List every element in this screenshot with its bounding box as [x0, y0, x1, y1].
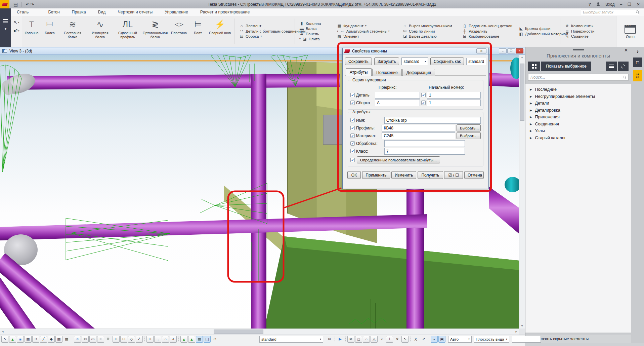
dropdown-icon[interactable]: ▾	[365, 24, 367, 28]
snap-curve-button[interactable]: ∿	[401, 336, 409, 343]
ribbon-tab[interactable]: Бетон	[48, 8, 59, 16]
node-button[interactable]: ○	[162, 336, 169, 343]
snap-geometry-button[interactable]: □	[355, 336, 362, 343]
undo-icon[interactable]: ↶	[26, 2, 30, 7]
view-maximize-button[interactable]: ❐	[507, 48, 515, 53]
inquiry-tool[interactable]: ■?▾	[13, 29, 19, 33]
scroll-thumb[interactable]	[214, 330, 263, 334]
ribbon-list-item[interactable]: ⇆ Сравните	[565, 34, 600, 39]
horizontal-scrollbar[interactable]: ◄ ►	[0, 329, 519, 335]
select-cursor-button[interactable]: ↖	[1, 336, 8, 343]
expand-arrow-icon[interactable]: ▶	[530, 109, 532, 112]
tree-item[interactable]: ▶ Детали	[525, 100, 631, 107]
user-icon[interactable]	[596, 2, 600, 6]
curved-beam-button[interactable]: ∿ Изогнутая балка	[86, 17, 114, 45]
ribbon-tab[interactable]: Чертежи и отчеты	[118, 8, 153, 16]
save-icon[interactable]: ▤	[13, 2, 18, 7]
ribbon-tab[interactable]: Сталь	[9, 8, 36, 16]
ribbon-list-item[interactable]: ▦ Фундамент ▾	[337, 24, 393, 28]
scroll-up-icon[interactable]: ▲	[521, 56, 523, 59]
snap-reference-button[interactable]: ⊠	[347, 336, 354, 343]
ribbon-tab[interactable]: Вид	[98, 8, 106, 16]
assembly-select-button[interactable]: ▲	[188, 336, 195, 343]
crossing-select-button[interactable]: ✕	[74, 336, 81, 343]
dialog-close-button[interactable]: ✕	[476, 48, 486, 53]
ribbon-list-item[interactable]: ▤ Сборка ▾	[239, 34, 290, 39]
tree-item[interactable]: ▶ Деталировка	[525, 107, 631, 114]
snap-extension-button[interactable]: ↗	[420, 336, 427, 343]
ribbon-tab[interactable]: Правка	[72, 8, 86, 16]
checkbox[interactable]: ✓	[350, 158, 355, 162]
profile-select[interactable]: standard ▾	[401, 57, 428, 65]
window-select-button[interactable]: ▭	[89, 336, 96, 343]
checkbox[interactable]: ✓	[350, 141, 355, 146]
checkbox[interactable]: ✓	[421, 93, 426, 97]
apply-button[interactable]: Применить	[362, 171, 390, 179]
snap-cursor-button[interactable]: ▶	[337, 336, 344, 343]
select-parts-button[interactable]: ▲	[9, 336, 16, 343]
load-button[interactable]: Загрузить	[374, 57, 399, 65]
save-button[interactable]: Сохранить	[345, 57, 372, 65]
bolt-button[interactable]: ⊨ Болт	[189, 17, 207, 45]
profile-filter-button[interactable]: ⊔	[113, 336, 120, 343]
start-number-input[interactable]: 1	[427, 100, 481, 106]
app-logo-button[interactable]	[0, 0, 9, 8]
expand-arrow-icon[interactable]: ▶	[530, 95, 532, 98]
ribbon-list-item[interactable]: ◣ Кромка фаски	[519, 27, 556, 31]
component-search-input[interactable]	[530, 75, 621, 80]
attribute-input[interactable]: КВ48	[382, 125, 455, 131]
select-grid-button[interactable]: ▦	[25, 336, 32, 343]
ortho-button[interactable]: ▪	[431, 336, 438, 343]
help-icon[interactable]: ?	[589, 2, 591, 7]
ribbon-list-item[interactable]: ▩ Элемент	[337, 34, 393, 39]
pattern-button[interactable]: ⊛	[326, 336, 333, 343]
ribbon-list-item[interactable]: ◧ Добавленный материал	[519, 32, 556, 36]
view-close-button[interactable]: ✕	[516, 48, 523, 53]
components-tab-button[interactable]: ▪▲ ●+	[633, 70, 642, 81]
bolt-filter-button[interactable]: ⊪	[105, 336, 112, 343]
select-button[interactable]: Выбрать...	[457, 132, 481, 139]
expand-arrow-icon[interactable]: ▶	[530, 102, 532, 105]
collapse-all-button[interactable]	[618, 62, 629, 71]
dialog-tab[interactable]: Деформация	[402, 69, 435, 76]
polyline-button[interactable]: ∧	[170, 336, 177, 343]
ribbon-tab[interactable]: Управление	[165, 8, 188, 16]
get-button[interactable]: Получить	[418, 171, 443, 179]
scroll-down-icon[interactable]: ▼	[521, 324, 523, 328]
view-settings-select[interactable]: standard ▾	[259, 336, 323, 343]
ribbon-list-item[interactable]: ▾ ⌣ Арматурный стержень ▾	[337, 29, 393, 34]
dropdown-icon[interactable]: ▾	[337, 29, 338, 34]
snap-divide-button[interactable]: ⋇	[394, 336, 401, 343]
dropdown-icon[interactable]: ▾	[260, 34, 262, 39]
redo-icon[interactable]: ↷	[30, 2, 34, 7]
dialog-tab[interactable]: Атрибуты	[346, 68, 372, 76]
checkbox[interactable]: ✓	[350, 101, 355, 105]
tree-item[interactable]: ▶ Приложения	[525, 114, 631, 121]
zoom-original-button[interactable]: ⊙	[211, 336, 218, 343]
grid-toggle-button[interactable]: ▦	[63, 336, 70, 343]
ribbon-list-item[interactable]: ⌂ Элемент	[239, 24, 290, 28]
twin-profile-button[interactable]: ЛL Сдвоенный профиль	[114, 17, 141, 45]
ribbon-list-item[interactable]: ▾ ◪ Плита	[299, 37, 330, 41]
dialog-tab[interactable]: Положение	[372, 69, 401, 76]
ribbon-list-item[interactable]: ▰ Панель	[299, 32, 330, 36]
cancel-button[interactable]: Отмена	[464, 171, 484, 179]
pointer-tool[interactable]: ↖▾	[14, 20, 19, 25]
file-menu-strip[interactable]: ▼	[0, 8, 11, 47]
modify-button[interactable]: Изменить	[391, 171, 416, 179]
thumbnail-view-button[interactable]	[528, 62, 540, 71]
workbox-button[interactable]: ▢	[204, 336, 211, 343]
snap-any-button[interactable]: X	[412, 336, 419, 343]
ribbon-list-item[interactable]: ※ Компоненты	[565, 24, 600, 28]
checkbox[interactable]: ✓	[350, 149, 355, 153]
panel-close-icon[interactable]: ✕	[624, 48, 628, 53]
expand-arrow-icon[interactable]: ▶	[530, 122, 532, 126]
ok-button[interactable]: ОК	[347, 171, 361, 179]
plate-filter-button[interactable]: ⊡	[120, 336, 127, 343]
checkbox[interactable]: ✓	[350, 133, 355, 138]
snap-perpendicular-button[interactable]: ⊥	[386, 336, 393, 343]
select-mesh-button[interactable]: ▦	[55, 336, 62, 343]
expand-arrow-icon[interactable]: ▶	[530, 129, 532, 132]
ribbon-list-item[interactable]: ⊟ Комбинирование	[462, 34, 512, 39]
chevron-down-icon[interactable]: ▼	[4, 27, 7, 31]
